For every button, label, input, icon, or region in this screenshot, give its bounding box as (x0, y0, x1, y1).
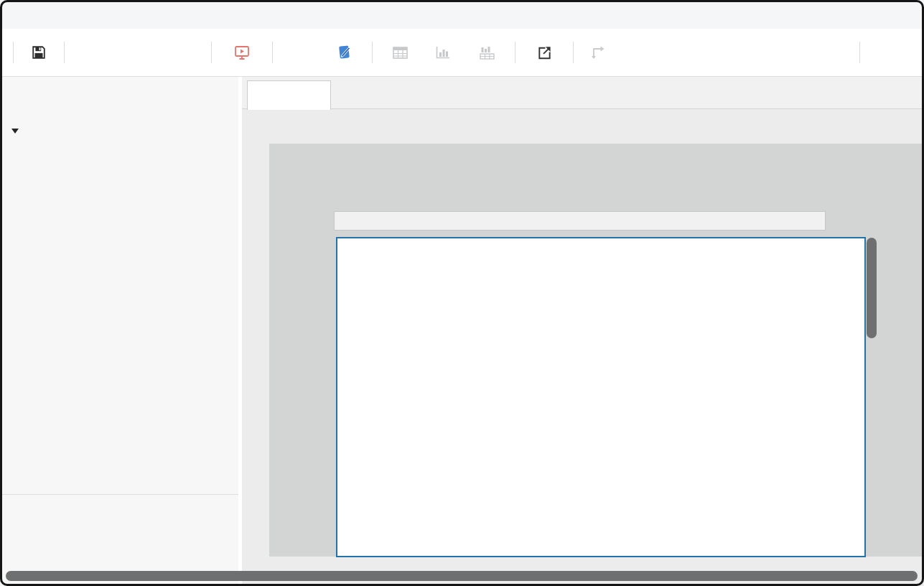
toolbar-separator (64, 42, 65, 63)
grid-report[interactable] (336, 237, 866, 557)
grid-graph-icon (480, 46, 495, 60)
tree-root-row[interactable] (11, 129, 238, 134)
toolbar (0, 29, 924, 77)
tab-layout-1[interactable] (247, 80, 331, 110)
layout-tab-bar (242, 77, 924, 109)
grid-icon (393, 47, 408, 59)
edit-note-button[interactable] (336, 42, 353, 62)
insert-selector-button[interactable] (727, 42, 745, 62)
application-window (0, 0, 924, 586)
presentation-mode-button[interactable] (233, 42, 251, 62)
corner-arrow-icon (590, 45, 606, 60)
toolbar-separator (573, 42, 574, 63)
insert-metric-button[interactable] (772, 42, 789, 62)
menu-bar (0, 0, 924, 29)
redo-button[interactable] (126, 42, 144, 62)
horizontal-scrollbar[interactable] (6, 571, 918, 581)
toolbar-separator (13, 42, 14, 63)
toolbar-separator (859, 42, 860, 63)
apply-button[interactable] (169, 42, 187, 62)
toolbar-separator (211, 42, 212, 63)
group-arrow-button[interactable] (589, 42, 607, 62)
bar-chart-icon (436, 46, 450, 59)
grid-vertical-scrollbar[interactable] (867, 238, 877, 338)
save-button[interactable] (30, 42, 47, 62)
toolbar-separator (515, 42, 515, 63)
save-icon (31, 45, 47, 60)
panel-switcher (0, 494, 238, 495)
toolbar-separator (272, 42, 273, 63)
insert-grid-button[interactable] (391, 42, 409, 62)
undo-button[interactable] (81, 42, 98, 62)
toolbar-separator (372, 42, 373, 63)
insert-grid-graph-button[interactable] (478, 42, 495, 62)
insert-derived-metric-button[interactable] (818, 42, 835, 62)
insert-formula-button[interactable] (637, 42, 654, 62)
export-icon (536, 45, 553, 61)
insert-graph-button[interactable] (434, 42, 452, 62)
collapse-arrow-icon[interactable] (11, 129, 19, 134)
dataset-objects-panel (0, 77, 238, 586)
grid-title[interactable] (334, 211, 826, 231)
edit-pencil-button[interactable] (291, 42, 309, 62)
insert-text-button[interactable] (683, 42, 700, 62)
presentation-icon (233, 44, 251, 61)
edit-note-icon (336, 44, 353, 61)
export-button[interactable] (536, 42, 553, 62)
panel-splitter[interactable] (238, 77, 242, 586)
